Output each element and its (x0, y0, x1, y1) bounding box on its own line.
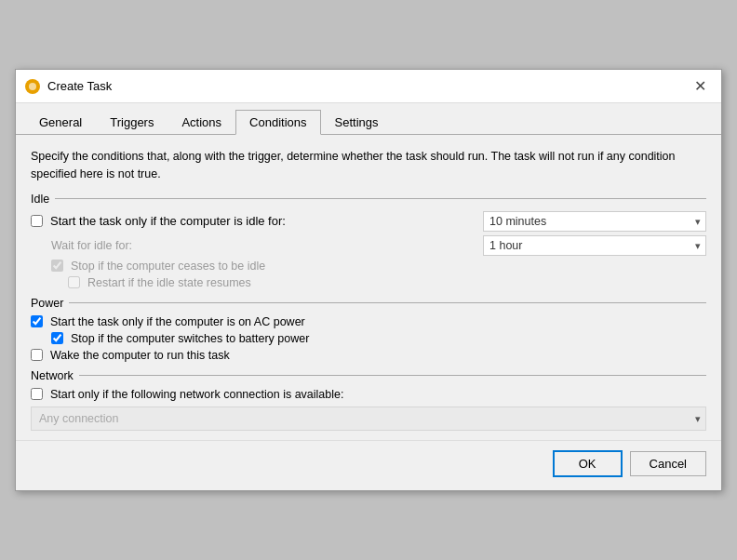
wake-checkbox[interactable] (31, 349, 43, 361)
idle-duration-dropdown[interactable]: 10 minutes 1 minute 5 minutes 15 minutes… (483, 211, 706, 232)
tab-triggers[interactable]: Triggers (96, 110, 168, 135)
tab-general[interactable]: General (25, 110, 96, 135)
stop-idle-label[interactable]: Stop if the computer ceases to be idle (71, 260, 265, 273)
idle-section-header: Idle (31, 193, 706, 206)
start-idle-left: Start the task only if the computer is i… (31, 214, 286, 228)
app-icon (25, 79, 40, 94)
wait-idle-wrapper: 1 hour 30 minutes 2 hours (483, 235, 706, 256)
network-dropdown-wrapper: Any connection (31, 407, 706, 431)
restart-idle-label[interactable]: Restart if the idle state resumes (87, 276, 251, 289)
svg-point-0 (29, 83, 36, 90)
ok-button[interactable]: OK (553, 450, 623, 477)
network-section-label: Network (31, 369, 79, 382)
ac-power-label[interactable]: Start the task only if the computer is o… (50, 315, 305, 328)
network-available-checkbox[interactable] (31, 388, 43, 400)
network-dropdown-row: Any connection (31, 407, 706, 431)
tab-actions[interactable]: Actions (168, 110, 235, 135)
battery-checkbox[interactable] (51, 332, 63, 344)
ac-power-checkbox[interactable] (31, 315, 43, 327)
idle-divider (55, 198, 706, 199)
wake-label[interactable]: Wake the computer to run this task (50, 349, 230, 362)
idle-section-label: Idle (31, 193, 55, 206)
network-available-row: Start only if the following network conn… (31, 388, 706, 401)
conditions-panel: Specify the conditions that, along with … (16, 135, 721, 440)
create-task-dialog: Create Task ✕ General Triggers Actions C… (15, 69, 722, 491)
titlebar-left: Create Task (25, 79, 112, 94)
titlebar: Create Task ✕ (16, 70, 721, 103)
restart-idle-row: Restart if the idle state resumes (68, 276, 706, 289)
cancel-button[interactable]: Cancel (630, 451, 706, 476)
stop-idle-checkbox[interactable] (51, 260, 63, 272)
tab-settings[interactable]: Settings (321, 110, 393, 135)
network-available-label[interactable]: Start only if the following network conn… (50, 388, 343, 401)
stop-idle-row: Stop if the computer ceases to be idle (51, 260, 706, 273)
wake-row: Wake the computer to run this task (31, 349, 706, 362)
wait-idle-row: Wait for idle for: 1 hour 30 minutes 2 h… (51, 235, 706, 256)
tab-bar: General Triggers Actions Conditions Sett… (16, 103, 721, 135)
start-idle-label[interactable]: Start the task only if the computer is i… (50, 214, 286, 228)
wait-idle-dropdown[interactable]: 1 hour 30 minutes 2 hours (483, 235, 706, 256)
network-dropdown[interactable]: Any connection (31, 407, 706, 431)
network-section-header: Network (31, 369, 706, 382)
tab-conditions[interactable]: Conditions (235, 110, 320, 135)
power-divider (69, 302, 706, 303)
conditions-description: Specify the conditions that, along with … (31, 148, 706, 183)
close-button[interactable]: ✕ (689, 77, 712, 96)
ac-power-row: Start the task only if the computer is o… (31, 315, 706, 328)
start-idle-row: Start the task only if the computer is i… (31, 211, 706, 232)
wait-idle-label: Wait for idle for: (51, 239, 132, 252)
dialog-title: Create Task (47, 79, 112, 93)
restart-idle-checkbox[interactable] (68, 276, 80, 288)
network-divider (79, 375, 706, 376)
power-section-header: Power (31, 297, 706, 310)
start-idle-checkbox[interactable] (31, 215, 43, 227)
power-section-label: Power (31, 297, 69, 310)
footer: OK Cancel (16, 440, 721, 490)
battery-row: Stop if the computer switches to battery… (51, 332, 706, 345)
idle-duration-wrapper: 10 minutes 1 minute 5 minutes 15 minutes… (483, 211, 706, 232)
battery-label[interactable]: Stop if the computer switches to battery… (71, 332, 309, 345)
